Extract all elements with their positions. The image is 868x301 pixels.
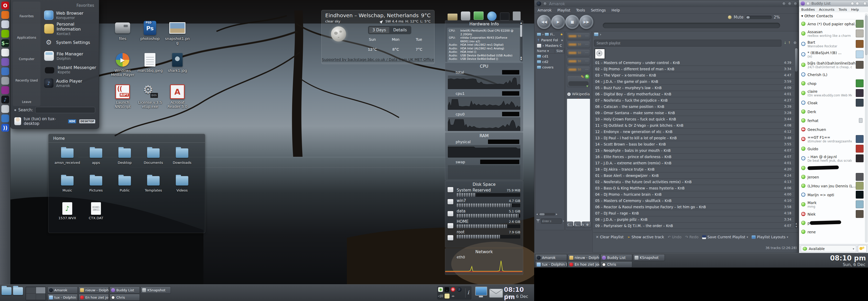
task-button[interactable]: Amarok [48, 286, 78, 294]
album-art[interactable] [595, 49, 605, 59]
menu-entry[interactable]: Help [612, 8, 620, 12]
clear-playlist-button[interactable]: ✕ Clear Playlist [596, 235, 624, 239]
show-active-track-button[interactable]: ➢ Show active track [627, 235, 664, 239]
taskbar-clock-time[interactable]: 08:10 pm [830, 254, 866, 262]
mail-tray-icon[interactable] [489, 289, 503, 298]
task-button[interactable]: nieuw - Dolphin [79, 286, 109, 294]
bookmark-star-icon[interactable]: ★ [560, 32, 563, 36]
playlist-track[interactable]: 04 – DJ Promo – hurricane brain – KnB 4:… [593, 191, 794, 197]
refresh-icon[interactable]: ↻ [585, 75, 589, 79]
playlist-track[interactable]: 08 – Catscan – the same position – KnB 3… [593, 104, 794, 110]
dock-icon[interactable] [1, 20, 9, 28]
close-button[interactable] [863, 2, 867, 5]
contact-row[interactable]: Niek [799, 210, 868, 218]
quicklaunch-folder2-icon[interactable] [13, 287, 23, 295]
contact-row[interactable]: ==GT F1== stimuleer de verdraagzaamheid.… [799, 134, 868, 144]
dock-icon[interactable] [1, 77, 9, 85]
desktop-icon[interactable]: ⚙DOS License.v.3.S etup.exe [137, 84, 163, 116]
task-button[interactable]: Chris [110, 294, 140, 301]
dock-icon[interactable] [1, 86, 9, 94]
browser-folder-row[interactable]: covers [536, 64, 564, 70]
task-button[interactable]: tux - Dolphin (2) [48, 294, 78, 301]
playlist-track[interactable]: 01 – Base Alert – dewegwijzer – KnB 4:24 [593, 172, 794, 179]
desktop-icon[interactable]: snapshot1.png [164, 20, 190, 52]
dock-icon[interactable] [1, 114, 9, 122]
contact-row[interactable]: * (B)BaSjuH.!(B) ... (H) [799, 49, 868, 60]
previous-button[interactable]: ◀◀ [537, 15, 551, 29]
kickoff-tab[interactable]: Recently Used [13, 66, 40, 87]
menu-entry[interactable]: Playlist [557, 8, 570, 12]
dock-icon[interactable] [1, 58, 9, 66]
contact-row[interactable]: b@s (bah)(bah)online(bah)(... 24/7-(bah)… [799, 60, 868, 70]
applet-tab-button[interactable]: L... [574, 222, 581, 228]
desktop-icon[interactable]: marcbbq.jpeg [137, 52, 163, 84]
contact-row[interactable]: chop [799, 79, 868, 88]
task-button[interactable]: En hoe ziet jouw desktop erui [568, 261, 600, 268]
playlist-track[interactable]: 10 – Scott Brown – king of the beats – K… [593, 229, 794, 229]
window-menu-button[interactable] [806, 2, 810, 5]
dock-icon[interactable]: ♪ [1, 95, 9, 104]
task-button[interactable]: Chris [600, 261, 632, 268]
contact-row[interactable]: ferhat [799, 116, 868, 125]
contact-row[interactable]: Derk [799, 107, 868, 116]
panel-toggle-icon[interactable]: ◂▸ [451, 294, 455, 298]
playlist-track[interactable]: 16 – Elite Forces – prince of darkness –… [593, 154, 794, 160]
menu-entry[interactable]: Help [851, 7, 859, 11]
filter-history-chevron[interactable]: ▾ [563, 220, 564, 222]
playlist-track[interactable]: 04 – J.D.A. – the game of pain – KnB 3:5… [593, 78, 794, 85]
contact-row[interactable]: p [799, 218, 868, 227]
dock-icon[interactable]: O [1, 2, 9, 9]
column-name[interactable]: Name ▾ [536, 49, 555, 53]
playlist-track[interactable]: 02 – DJ Promo – different breed of man –… [593, 66, 794, 72]
opera-tray-icon[interactable]: O [451, 287, 455, 292]
browser-folder-row[interactable]: cd1 [536, 54, 564, 59]
filter-input[interactable] [541, 218, 562, 224]
folder-view-item[interactable]: Documents [140, 146, 166, 174]
task-button[interactable]: KSnapshot [141, 286, 171, 294]
contact-row[interactable]: Cloak [799, 98, 868, 107]
progress-slider[interactable] [603, 23, 780, 28]
menu-item[interactable]: File Manager Dolphin [42, 49, 97, 63]
playlist-track[interactable]: 06 – Reactor & Raoul meets Impulse Facto… [593, 204, 794, 210]
kickoff-tab[interactable]: Computer [13, 45, 40, 66]
weather-credit-link[interactable]: Supported by backstage.bbc.co.uk / Data … [321, 57, 434, 62]
search-down-icon[interactable]: ↓ [784, 41, 786, 45]
contact-row[interactable]: rene [799, 227, 868, 236]
device-notifier-icon[interactable] [475, 286, 487, 299]
playlist-track[interactable]: 09 – Partyraiser & DJ T.I.M. – the order… [593, 223, 794, 229]
playlist-track[interactable]: 02 – Nosferatu – the future (evil activi… [593, 179, 794, 185]
playlist-track[interactable]: 17 – J.D.A. – extreme anthem (remix) – K… [593, 160, 794, 166]
playlist-track[interactable]: 18 – DJ Akira – trance trutje – KnB 4:20 [593, 166, 794, 172]
chevron-down-icon[interactable]: ▼ [586, 85, 588, 87]
mute-label[interactable]: Mute [734, 15, 744, 20]
playlist-track[interactable]: 09 – Omar Santana – make some noise – Kn… [593, 110, 794, 116]
folder-view-item[interactable]: Public [112, 174, 138, 202]
task-button[interactable]: Amarok [535, 254, 567, 261]
folder-view-item[interactable]: amsn_received [54, 146, 80, 174]
playlist-icon[interactable] [594, 33, 598, 36]
minimize-button[interactable] [782, 2, 786, 5]
buddy-list-titlebar[interactable]: Buddy List [799, 0, 868, 6]
status-selector[interactable]: Available ▾ [801, 245, 856, 252]
desktop-icon[interactable]: Windows Media Player [110, 52, 135, 84]
contact-row[interactable]: claire (On www.ebuddy.com Web Mess.. [799, 88, 868, 98]
playlist-track[interactable]: 12 – Endonyx – new generation of xtc – K… [593, 129, 794, 135]
menu-item[interactable]: Personal Information Kontact [42, 22, 97, 35]
wikipedia-content[interactable] [567, 99, 590, 226]
undo-button[interactable]: ↶ Undo [668, 235, 682, 239]
dock-icon[interactable] [1, 49, 9, 56]
playlist-layouts-button[interactable]: Playlist Layouts▾ [752, 235, 788, 239]
maximize-button[interactable] [788, 2, 792, 5]
menu-entry[interactable]: Settings [591, 8, 606, 12]
quicklaunch-folder-icon[interactable] [2, 287, 11, 295]
task-button[interactable]: KSnapshot [633, 254, 665, 261]
dock-icon[interactable] [1, 105, 9, 113]
folder-view-item[interactable]: apps [83, 146, 109, 174]
playlist-track[interactable]: 13 – DJ Paul – i had to kill a lot of pe… [593, 135, 794, 141]
menu-item[interactable]: ⚙ System Settings [42, 35, 97, 49]
folder-view-item[interactable]: Downloads [169, 146, 195, 174]
hardware-scrollbar[interactable]: ▲▲▼ [520, 22, 522, 61]
menu-entry[interactable]: Amarok [537, 8, 552, 12]
maximize-button[interactable] [856, 2, 859, 5]
weather-tab[interactable]: 3 Days [369, 27, 390, 33]
